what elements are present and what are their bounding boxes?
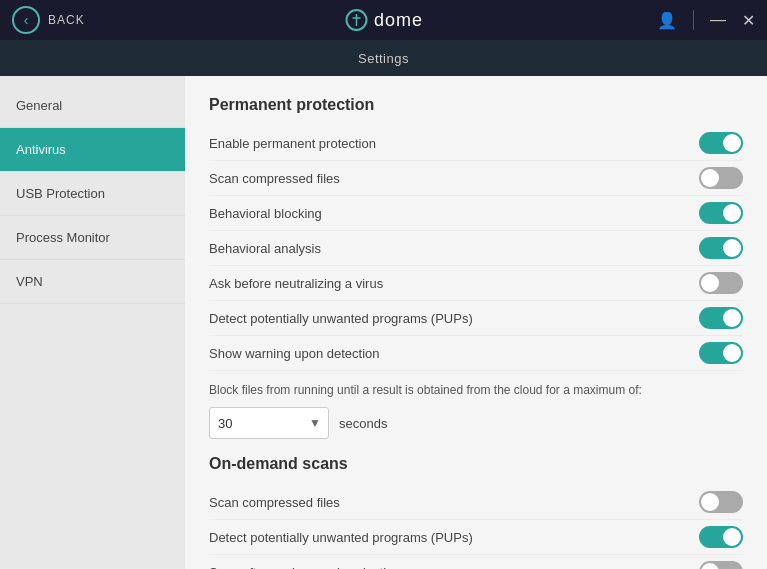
setting-behavioral-blocking: Behavioral blocking (209, 196, 743, 231)
setting-label-scan-cache: Scan after cache synchronization (209, 565, 401, 570)
dropdown-wrapper[interactable]: 10 20 30 60 120 ▼ (209, 407, 329, 439)
settings-bar-title: Settings (358, 51, 409, 66)
toggle-detect-pups-od[interactable] (699, 526, 743, 548)
setting-label-enable-permanent: Enable permanent protection (209, 136, 376, 151)
sidebar-item-usb-protection[interactable]: USB Protection (0, 172, 185, 216)
on-demand-scans-title: On-demand scans (209, 455, 743, 473)
setting-show-warning: Show warning upon detection (209, 336, 743, 371)
close-button[interactable]: ✕ (742, 11, 755, 30)
toggle-enable-permanent[interactable] (699, 132, 743, 154)
setting-label-ask-neutralize: Ask before neutralizing a virus (209, 276, 383, 291)
title-bar: ‹ BACK dome 👤 — ✕ (0, 0, 767, 40)
toggle-scan-compressed-od[interactable] (699, 491, 743, 513)
setting-scan-compressed-pp: Scan compressed files (209, 161, 743, 196)
dropdown-row: 10 20 30 60 120 ▼ seconds (209, 407, 743, 439)
sidebar-item-antivirus[interactable]: Antivirus (0, 128, 185, 172)
sidebar-item-process-monitor[interactable]: Process Monitor (0, 216, 185, 260)
block-text: Block files from running until a result … (209, 381, 743, 399)
seconds-label: seconds (339, 416, 387, 431)
setting-detect-pups-pp: Detect potentially unwanted programs (PU… (209, 301, 743, 336)
title-bar-right: 👤 — ✕ (657, 10, 755, 30)
setting-label-show-warning: Show warning upon detection (209, 346, 380, 361)
settings-bar: Settings (0, 40, 767, 76)
title-bar-left: ‹ BACK (12, 6, 85, 34)
toggle-scan-cache[interactable] (699, 561, 743, 569)
setting-scan-cache: Scan after cache synchronization (209, 555, 743, 569)
toggle-behavioral-analysis[interactable] (699, 237, 743, 259)
setting-label-detect-pups-od: Detect potentially unwanted programs (PU… (209, 530, 473, 545)
setting-ask-neutralize: Ask before neutralizing a virus (209, 266, 743, 301)
setting-enable-permanent: Enable permanent protection (209, 126, 743, 161)
content-area: Permanent protection Enable permanent pr… (185, 76, 767, 569)
setting-label-behavioral-analysis: Behavioral analysis (209, 241, 321, 256)
sidebar-item-general[interactable]: General (0, 84, 185, 128)
toggle-scan-compressed-pp[interactable] (699, 167, 743, 189)
toggle-detect-pups-pp[interactable] (699, 307, 743, 329)
main-layout: General Antivirus USB Protection Process… (0, 76, 767, 569)
setting-label-behavioral-blocking: Behavioral blocking (209, 206, 322, 221)
sidebar: General Antivirus USB Protection Process… (0, 76, 185, 569)
permanent-protection-title: Permanent protection (209, 96, 743, 114)
toggle-ask-neutralize[interactable] (699, 272, 743, 294)
toggle-behavioral-blocking[interactable] (699, 202, 743, 224)
separator (693, 10, 694, 30)
setting-behavioral-analysis: Behavioral analysis (209, 231, 743, 266)
setting-scan-compressed-od: Scan compressed files (209, 485, 743, 520)
seconds-dropdown[interactable]: 10 20 30 60 120 (209, 407, 329, 439)
minimize-button[interactable]: — (710, 11, 726, 29)
setting-label-scan-compressed-od: Scan compressed files (209, 495, 340, 510)
setting-label-detect-pups-pp: Detect potentially unwanted programs (PU… (209, 311, 473, 326)
logo-text: dome (374, 10, 423, 31)
toggle-show-warning[interactable] (699, 342, 743, 364)
setting-label-scan-compressed-pp: Scan compressed files (209, 171, 340, 186)
logo-area: dome (344, 8, 423, 32)
back-button[interactable]: ‹ (12, 6, 40, 34)
logo-icon (344, 8, 368, 32)
sidebar-item-vpn[interactable]: VPN (0, 260, 185, 304)
back-label: BACK (48, 13, 85, 27)
user-icon[interactable]: 👤 (657, 11, 677, 30)
setting-detect-pups-od: Detect potentially unwanted programs (PU… (209, 520, 743, 555)
